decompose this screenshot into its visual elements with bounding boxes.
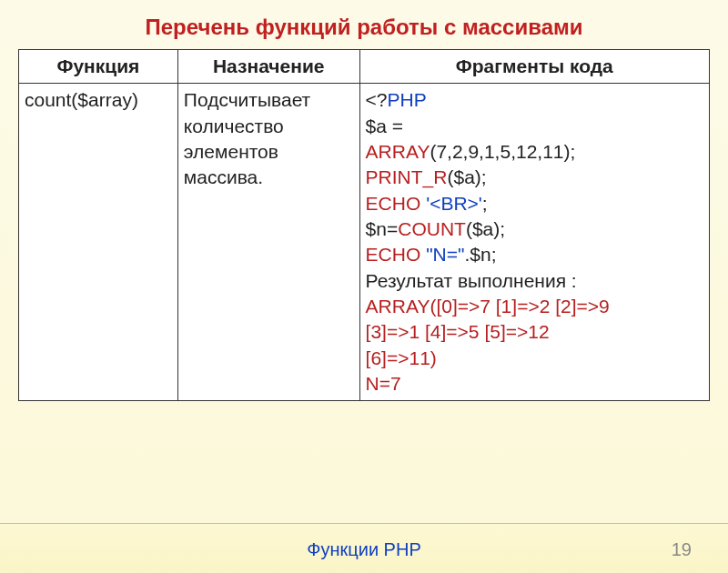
code-token: ([0]=>7 [1]=>2 [2]=>9 [430, 296, 609, 317]
code-token: (7,2,9,1,5,12,11); [430, 141, 575, 162]
page-number: 19 [672, 539, 692, 560]
footer-text: Функции PHP [307, 539, 420, 560]
table-row: count($array) Подсчитывает количество эл… [19, 84, 710, 401]
code-token: ARRAY [366, 296, 430, 317]
code-token: ECHO [366, 193, 427, 214]
code-token: ECHO [366, 244, 427, 265]
description-cell: Подсчитывает количество элементов массив… [177, 84, 359, 401]
table-header-row: Функция Назначение Фрагменты кода [19, 50, 710, 84]
code-token: N=7 [366, 371, 703, 397]
code-token: PRINT_R [366, 166, 448, 187]
code-token: $n= [366, 218, 399, 239]
code-token: $a = [366, 116, 403, 136]
code-token: ($a); [466, 218, 505, 239]
code-token: COUNT [398, 218, 466, 239]
code-token: "N=" [426, 244, 464, 265]
code-token: .$n; [464, 244, 496, 265]
header-description: Назначение [177, 50, 359, 84]
code-token: [3]=>1 [4]=>5 [5]=>12 [366, 319, 703, 345]
code-token: ($a); [447, 166, 486, 187]
header-function: Функция [19, 50, 178, 84]
code-token: <? [366, 89, 388, 110]
code-token: PHP [388, 89, 427, 110]
result-label: Результат выполнения : [366, 268, 703, 294]
function-name-cell: count($array) [19, 84, 178, 401]
slide-title: Перечень функций работы с массивами [0, 0, 728, 49]
code-cell: <?PHP $a = ARRAY(7,2,9,1,5,12,11); PRINT… [359, 84, 709, 401]
code-token: ARRAY [366, 141, 430, 162]
functions-table: Функция Назначение Фрагменты кода count(… [18, 49, 710, 401]
code-token: ; [482, 193, 488, 214]
header-code: Фрагменты кода [359, 50, 709, 84]
code-token: '<BR>' [426, 193, 482, 214]
code-token: [6]=>11) [366, 346, 703, 371]
